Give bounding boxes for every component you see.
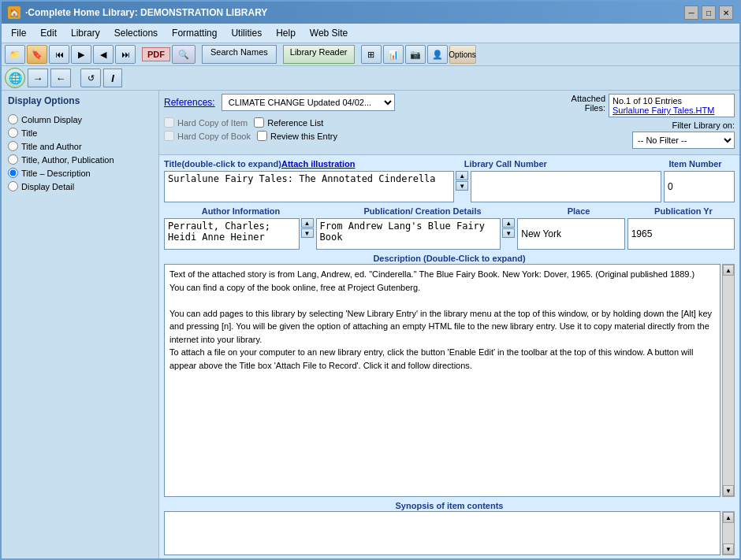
description-field[interactable]: Text of the attached story is from Lang,… [164, 264, 721, 497]
reload-button[interactable]: ↺ [80, 69, 101, 87]
item-number-label: Item Number [656, 158, 735, 169]
pub-scrollbars: ▲ ▼ [502, 218, 515, 250]
hard-copy-book-text: Hard Copy of Book [177, 132, 251, 141]
binoculars-button[interactable]: 🔍 [172, 45, 195, 64]
review-entry-text: Review this Entry [270, 132, 337, 141]
pub-field-wrapper: ▲ ▼ [316, 218, 516, 250]
author-field[interactable] [164, 218, 300, 250]
menu-file[interactable]: File [5, 25, 32, 41]
review-entry-check[interactable] [257, 131, 267, 141]
radio-title-desc-input[interactable] [8, 168, 18, 178]
first-record-button[interactable]: ⏮ [49, 45, 69, 64]
item-number-field[interactable] [664, 171, 735, 202]
radio-display-detail[interactable]: Display Detail [5, 180, 155, 193]
forward-button[interactable]: → [28, 69, 48, 87]
globe-button[interactable]: 🌐 [5, 68, 25, 88]
menu-library[interactable]: Library [65, 25, 106, 41]
radio-title-author-pub[interactable]: Title, Author, Publication [5, 153, 155, 166]
radio-display-detail-input[interactable] [8, 181, 18, 191]
synopsis-label: Synopsis of item contents [164, 500, 735, 511]
camera-button[interactable]: 📷 [405, 45, 426, 64]
hard-copy-item-label[interactable]: Hard Copy of Item [164, 117, 248, 128]
author-scroll-up[interactable]: ▲ [301, 218, 314, 228]
hard-copy-item-check[interactable] [164, 117, 174, 128]
options-button[interactable]: Options [449, 45, 476, 64]
synopsis-field[interactable] [164, 511, 721, 555]
maximize-button[interactable]: □ [702, 6, 716, 20]
publication-field[interactable] [316, 218, 501, 250]
references-dropdown[interactable]: CLIMATE CHANGE Updated 04/02... [222, 94, 395, 111]
radio-title[interactable]: Title [5, 126, 155, 139]
radio-title-desc[interactable]: Title – Description [5, 166, 155, 180]
grid-button[interactable]: ⊞ [361, 45, 382, 64]
sep1 [137, 45, 140, 64]
hard-copy-book-label[interactable]: Hard Copy of Book [164, 131, 251, 141]
desc-scroll-track[interactable] [723, 276, 734, 485]
description-section: Description (Double-Click to expand) Tex… [164, 253, 735, 497]
menu-help[interactable]: Help [270, 25, 302, 41]
author-scroll-down[interactable]: ▼ [301, 228, 314, 238]
italic-button[interactable]: I [103, 69, 122, 87]
title-scroll-down[interactable]: ▼ [456, 181, 468, 191]
face-button[interactable]: 👤 [427, 45, 448, 64]
pdf-button[interactable]: PDF [142, 47, 170, 61]
radio-title-input[interactable] [8, 128, 18, 138]
syn-scroll-up[interactable]: ▲ [723, 512, 734, 523]
open-button[interactable]: 📁 [5, 45, 25, 64]
menu-formatting[interactable]: Formatting [166, 25, 223, 41]
attach-label[interactable]: Attach illustration [281, 158, 356, 169]
references-row: References: CLIMATE CHANGE Updated 04/02… [164, 94, 572, 111]
prev-record-button[interactable]: ◀ [93, 45, 114, 64]
title-scrollbars: ▲ ▼ [456, 171, 468, 202]
filter-label: Filter Library on: [672, 121, 735, 130]
minimize-button[interactable]: ─ [684, 6, 698, 20]
radio-column-input[interactable] [8, 114, 18, 124]
title-field[interactable] [164, 171, 454, 202]
title-scroll-up[interactable]: ▲ [456, 171, 468, 180]
menu-website[interactable]: Web Site [303, 25, 354, 41]
next-record-button[interactable]: ▶ [71, 45, 91, 64]
title-inputs: ▲ ▼ [164, 171, 735, 202]
toolbar-row1: 📁 🔖 ⏮ ▶ ◀ ⏭ PDF 🔍 Search Names Library R… [2, 43, 739, 66]
reference-list-check[interactable] [254, 117, 264, 128]
desc-scroll-up[interactable]: ▲ [723, 265, 734, 276]
bookmark-button[interactable]: 🔖 [27, 45, 47, 64]
title-labels: Title(double-click to expand) Attach ill… [164, 158, 735, 169]
radio-title-author[interactable]: Title and Author [5, 139, 155, 153]
pub-scroll-down[interactable]: ▼ [502, 228, 515, 238]
pub-yr-field[interactable] [627, 218, 735, 250]
close-button[interactable]: ✕ [719, 6, 733, 20]
syn-scroll-track[interactable] [723, 523, 734, 543]
menu-selections[interactable]: Selections [108, 25, 164, 41]
title-bar-controls[interactable]: ─ □ ✕ [684, 6, 733, 20]
sep5 [73, 69, 78, 87]
references-link[interactable]: References: [164, 97, 215, 108]
desc-scroll-down[interactable]: ▼ [723, 485, 734, 496]
call-number-field[interactable] [471, 171, 661, 202]
menu-edit[interactable]: Edit [34, 25, 63, 41]
search-names-button[interactable]: Search Names [202, 45, 277, 64]
filter-box: Filter Library on: -- No Filter -- [572, 121, 735, 149]
pub-scroll-up[interactable]: ▲ [502, 218, 515, 228]
synopsis-scrollbar[interactable]: ▲ ▼ [722, 511, 735, 555]
left-panel: Display Options Column Display Title Tit… [2, 91, 159, 558]
menu-utilities[interactable]: Utilities [225, 25, 268, 41]
back-button[interactable]: ← [50, 69, 71, 87]
last-record-button[interactable]: ⏭ [115, 45, 136, 64]
place-field[interactable] [517, 218, 624, 250]
description-wrapper: Text of the attached story is from Lang,… [164, 264, 735, 497]
synopsis-section: Synopsis of item contents ▲ ▼ [164, 500, 735, 555]
chart-button[interactable]: 📊 [383, 45, 404, 64]
description-scrollbar[interactable]: ▲ ▼ [722, 264, 735, 497]
attached-label2: Files: [585, 103, 605, 113]
reference-list-label[interactable]: Reference List [254, 117, 323, 128]
library-reader-button[interactable]: Library Reader [283, 45, 355, 64]
radio-title-author-pub-input[interactable] [8, 154, 18, 165]
radio-title-author-input[interactable] [8, 141, 18, 151]
call-number-label: Library Call Number [355, 158, 656, 169]
review-entry-label[interactable]: Review this Entry [257, 131, 337, 141]
hard-copy-book-check[interactable] [164, 131, 174, 141]
radio-column-display[interactable]: Column Display [5, 113, 155, 126]
syn-scroll-down[interactable]: ▼ [723, 543, 734, 554]
filter-select[interactable]: -- No Filter -- [632, 132, 735, 149]
